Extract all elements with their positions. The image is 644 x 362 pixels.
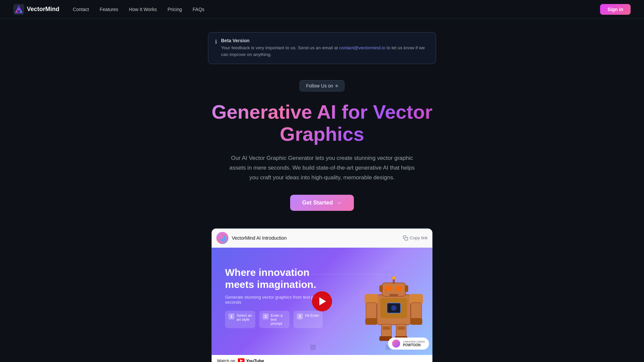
logo-text: VectorMind (27, 6, 59, 13)
copy-link-label: Copy link (410, 235, 428, 240)
get-started-label: Get Started (302, 199, 333, 206)
powtoon-created-label: CREATED USING (403, 340, 425, 343)
robot-illustration (355, 264, 432, 342)
svg-rect-31 (383, 326, 390, 330)
step-3: 3 Hit Enter (293, 311, 323, 328)
svg-rect-28 (396, 324, 406, 338)
step-1-label: Select an art style (236, 313, 252, 321)
powtoon-brand: POWTOON (403, 343, 425, 347)
play-icon (319, 297, 326, 305)
hero-title: Generative AI for Vector Graphics (195, 101, 449, 145)
hero-subtitle: Our AI Vector Graphic Generator lets you… (228, 154, 416, 183)
svg-rect-25 (365, 318, 377, 325)
nav-faqs[interactable]: FAQs (193, 7, 204, 12)
follow-us-label: Follow Us on (306, 83, 333, 88)
beta-text-prefix: Your feedback is very important to us. S… (221, 45, 339, 50)
svg-rect-36 (405, 285, 408, 292)
step-1-num: 1 (228, 313, 234, 319)
follow-us-button[interactable]: Follow Us on ≡ (300, 80, 344, 92)
svg-rect-35 (379, 285, 383, 292)
beta-email-link[interactable]: contact@vectormind.io (339, 45, 385, 50)
svg-rect-24 (411, 303, 422, 319)
svg-point-16 (391, 305, 396, 311)
powtoon-badge: CREATED USING POWTOON (388, 338, 429, 350)
play-button[interactable] (312, 291, 332, 311)
video-title: VectorMind AI Introduction (232, 235, 286, 241)
step-2-label: Enter a text prompt (271, 313, 286, 325)
video-headline: Where innovation meets imagination. (225, 266, 332, 291)
youtube-badge: YouTube (238, 358, 264, 362)
nav-links: Contact Features How It Works Pricing FA… (73, 6, 600, 12)
sign-in-button[interactable]: Sign in (600, 4, 631, 15)
step-1: 1 Select an art style (225, 311, 255, 328)
nav-how-it-works[interactable]: How It Works (129, 7, 157, 12)
svg-rect-27 (381, 324, 391, 338)
beta-title: Beta Version (221, 38, 429, 43)
svg-rect-6 (405, 237, 408, 240)
svg-point-3 (16, 10, 18, 12)
follow-us-icon: ≡ (335, 83, 338, 88)
youtube-text: YouTube (246, 358, 264, 362)
powtoon-icon (392, 340, 400, 348)
info-icon: ℹ (215, 39, 217, 45)
video-channel: VectorMind AI Introduction (216, 232, 286, 244)
svg-rect-20 (389, 294, 398, 296)
watch-on-label: Watch on (217, 358, 235, 362)
step-3-num: 3 (297, 313, 303, 319)
get-started-button[interactable]: Get Started → (290, 195, 354, 211)
svg-rect-18 (385, 286, 391, 291)
logo[interactable]: VectorMind (13, 4, 59, 15)
beta-banner: ℹ Beta Version Your feedback is very imp… (208, 32, 436, 64)
beta-description: Your feedback is very important to us. S… (221, 45, 429, 58)
svg-rect-11 (310, 345, 316, 350)
svg-point-2 (17, 8, 20, 11)
video-steps: 1 Select an art style 2 Enter a text pro… (225, 311, 332, 328)
main-content: ℹ Beta Version Your feedback is very imp… (0, 19, 644, 362)
svg-point-34 (392, 276, 395, 280)
svg-rect-26 (410, 318, 422, 325)
channel-avatar (216, 232, 228, 244)
navigation: VectorMind Contact Features How It Works… (0, 0, 644, 19)
video-container: VectorMind AI Introduction Copy link (211, 228, 433, 362)
get-started-arrow: → (336, 199, 342, 206)
video-footer: Watch on YouTube (212, 355, 432, 362)
svg-point-4 (20, 10, 22, 12)
svg-rect-23 (366, 303, 377, 319)
nav-pricing[interactable]: Pricing (168, 7, 182, 12)
step-2: 2 Enter a text prompt (259, 311, 289, 328)
step-2-num: 2 (263, 313, 269, 319)
nav-contact[interactable]: Contact (73, 7, 89, 12)
svg-rect-32 (397, 326, 405, 330)
step-3-label: Hit Enter (305, 313, 319, 317)
copy-link-button[interactable]: Copy link (403, 235, 428, 241)
youtube-icon (238, 358, 245, 362)
nav-features[interactable]: Features (100, 7, 118, 12)
svg-rect-19 (396, 286, 402, 291)
video-header: VectorMind AI Introduction Copy link (212, 229, 432, 248)
svg-point-5 (219, 235, 226, 241)
video-thumbnail: Where innovation meets imagination. Gene… (212, 248, 432, 355)
